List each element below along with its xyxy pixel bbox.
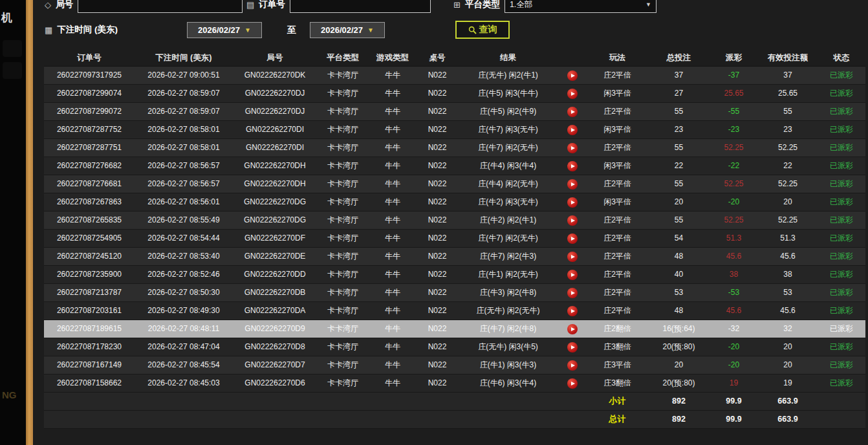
table-row[interactable]: 2602270973179252026-02-27 09:00:51GN0222… — [44, 67, 865, 85]
replay-button[interactable] — [567, 179, 578, 190]
replay-cell — [558, 342, 587, 353]
cell-order: 260227087189615 — [44, 325, 135, 333]
table-row[interactable]: 2602270871896152026-02-27 08:48:11GN0222… — [44, 320, 865, 338]
order-no-input[interactable] — [290, 0, 431, 13]
query-button[interactable]: 查询 — [455, 21, 510, 39]
column-header: 游戏类型 — [369, 54, 417, 63]
cell-time: 2026-02-27 08:58:01 — [135, 125, 233, 134]
table-row[interactable]: 2602270872990722026-02-27 08:59:07GN0222… — [44, 103, 865, 121]
cell-bet: 48 — [648, 307, 710, 315]
table-row[interactable]: 2602270871671492026-02-27 08:45:54GN0222… — [44, 356, 865, 374]
cell-platform: 卡卡湾厅 — [317, 361, 369, 369]
table-row[interactable]: 2602270872678632026-02-27 08:56:01GN0222… — [44, 193, 865, 212]
replay-button[interactable] — [567, 89, 578, 99]
column-header: 有效投注额 — [758, 54, 818, 63]
play-icon — [571, 255, 575, 259]
table-row[interactable]: 2602270872031612026-02-27 08:49:30GN0222… — [44, 302, 865, 320]
cell-type: 牛牛 — [369, 144, 417, 152]
table-row[interactable]: 2602270872137872026-02-27 08:50:30GN0222… — [44, 284, 865, 302]
replay-button[interactable] — [567, 360, 578, 371]
order-no-label: 订单号 — [259, 0, 285, 10]
cell-type: 牛牛 — [369, 162, 417, 170]
cell-platform: 卡卡湾厅 — [317, 144, 369, 152]
replay-button[interactable] — [567, 252, 578, 262]
cell-status: 已派彩 — [818, 162, 865, 170]
replay-button[interactable] — [567, 215, 578, 226]
cell-payout: -20 — [710, 198, 758, 206]
cell-platform: 卡卡湾厅 — [317, 379, 369, 387]
cell-tableNo: N022 — [417, 144, 458, 152]
cell-type: 牛牛 — [369, 325, 417, 333]
cell-result: 庄(牛6) 闲3(牛4) — [458, 379, 558, 387]
table-row[interactable]: 2602270872549052026-02-27 08:54:44GN0222… — [44, 230, 865, 248]
replay-button[interactable] — [567, 161, 578, 171]
cell-game: GN022262270DJ — [233, 89, 317, 98]
table-row[interactable]: 2602270872990742026-02-27 08:59:07GN0222… — [44, 85, 865, 103]
cell-game: GN022262270DE — [233, 252, 317, 261]
table-row[interactable]: 2602270872766822026-02-27 08:56:57GN0222… — [44, 157, 865, 175]
cell-game: GN022262270DJ — [233, 107, 317, 116]
play-icon — [571, 382, 575, 385]
cell-order: 260227087213787 — [44, 288, 135, 297]
cell-status: 已派彩 — [818, 144, 865, 152]
replay-button[interactable] — [567, 107, 578, 117]
replay-button[interactable] — [567, 342, 578, 353]
cell-tableNo: N022 — [417, 162, 458, 170]
table-row[interactable]: 2602270872877512026-02-27 08:58:01GN0222… — [44, 139, 865, 157]
chevron-down-icon: ▼ — [367, 27, 374, 34]
replay-button[interactable] — [567, 378, 578, 389]
cell-status: 已派彩 — [818, 180, 865, 188]
cell-bet: 27 — [648, 89, 710, 98]
cell-order: 260227087267863 — [44, 198, 135, 206]
platform-type-value: 1.全部 — [510, 0, 532, 10]
cell-valid: 38 — [758, 270, 818, 279]
cell-type: 牛牛 — [369, 343, 417, 351]
cell-status: 已派彩 — [818, 270, 865, 279]
cell-play: 庄2平倍 — [587, 180, 648, 188]
replay-button[interactable] — [567, 288, 578, 298]
replay-button[interactable] — [567, 143, 578, 153]
cell-valid: 53 — [758, 288, 818, 297]
cell-order: 260227087235900 — [44, 270, 135, 279]
to-label: 至 — [287, 25, 296, 36]
replay-button[interactable] — [567, 125, 578, 135]
cell-type: 牛牛 — [369, 216, 417, 224]
cell-platform: 卡卡湾厅 — [317, 252, 369, 261]
cell-tableNo: N022 — [417, 325, 458, 333]
cell-play: 庄2平倍 — [587, 270, 648, 279]
date-to-select[interactable]: 2026/02/27 ▼ — [310, 22, 385, 38]
table-row[interactable]: 2602270871782302026-02-27 08:47:04GN0222… — [44, 338, 865, 356]
cell-result: 庄(无牛) 闲3(牛5) — [458, 343, 558, 351]
table-row[interactable]: 2602270872766812026-02-27 08:56:57GN0222… — [44, 175, 865, 193]
replay-button[interactable] — [567, 270, 578, 280]
table-row[interactable]: 2602270871586622026-02-27 08:45:03GN0222… — [44, 374, 865, 393]
cell-play: 庄2平倍 — [587, 252, 648, 261]
table-row[interactable]: 2602270872451202026-02-27 08:53:40GN0222… — [44, 248, 865, 266]
cell-platform: 卡卡湾厅 — [317, 307, 369, 315]
replay-button[interactable] — [567, 197, 578, 208]
play-icon — [571, 146, 575, 150]
cell-payout: 25.65 — [710, 89, 758, 98]
replay-button[interactable] — [567, 71, 578, 81]
replay-button[interactable] — [567, 233, 578, 244]
play-icon — [571, 291, 575, 295]
platform-type-select[interactable]: 1.全部 ▼ — [505, 0, 656, 13]
cell-game: GN022262270DF — [233, 234, 317, 243]
filter-platform-type: ⊞ 平台类型 1.全部 ▼ — [453, 0, 656, 13]
cell-status: 已派彩 — [818, 71, 865, 80]
replay-button[interactable] — [567, 306, 578, 316]
cell-valid: 25.65 — [758, 89, 818, 98]
cell-order: 260227087287751 — [44, 144, 135, 152]
replay-button[interactable] — [567, 324, 578, 334]
table-row[interactable]: 2602270872877522026-02-27 08:58:01GN0222… — [44, 121, 865, 139]
game-no-input[interactable] — [78, 0, 243, 13]
cell-tableNo: N022 — [417, 198, 458, 206]
table-row[interactable]: 2602270872658352026-02-27 08:55:49GN0222… — [44, 212, 865, 230]
cell-bet: 40 — [648, 270, 710, 279]
table-row[interactable]: 2602270872359002026-02-27 08:52:46GN0222… — [44, 266, 865, 284]
footer-label: 小计 — [587, 396, 648, 406]
cell-bet: 55 — [648, 144, 710, 152]
date-from-select[interactable]: 2026/02/27 ▼ — [187, 22, 262, 38]
cell-tableNo: N022 — [417, 270, 458, 279]
cell-valid: 45.6 — [758, 307, 818, 315]
